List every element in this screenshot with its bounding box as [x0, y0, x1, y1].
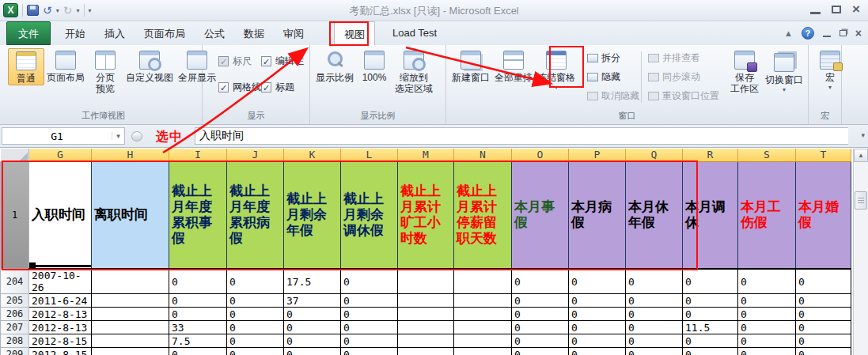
cell-O-209[interactable]: 0 [512, 348, 569, 355]
cell-R-206[interactable]: 0 [683, 308, 738, 321]
cell-M-207[interactable] [398, 321, 454, 334]
col-header-R[interactable]: R [683, 149, 738, 161]
expand-formula-bar-icon[interactable]: ▾ [861, 131, 865, 139]
row-header-209[interactable]: 209 [1, 348, 29, 355]
minimize-icon[interactable] [810, 12, 821, 14]
col-header-H[interactable]: H [92, 149, 169, 161]
tab-formulas[interactable]: 公式 [195, 21, 234, 45]
tab-data[interactable]: 数据 [234, 21, 274, 45]
col-header-O[interactable]: O [512, 149, 569, 161]
cell-S-208[interactable]: 0 [738, 334, 796, 348]
headings-checkbox[interactable]: ✓标题 [261, 81, 304, 94]
cell-L-207[interactable]: 0 [341, 321, 398, 334]
cell-S-206[interactable]: 0 [738, 308, 796, 321]
unhide-button[interactable]: 取消隐藏 [587, 89, 639, 103]
row-header-204[interactable]: 204 [1, 269, 29, 294]
custom-views-button[interactable]: 自定义视图 [123, 48, 176, 84]
scroll-up-icon[interactable]: ▲ [854, 149, 868, 162]
workbook-restore-icon[interactable] [840, 30, 847, 36]
cell-L-205[interactable]: 0 [341, 294, 398, 308]
ruler-checkbox[interactable]: ✓标尺 [218, 55, 261, 68]
cell-K-207[interactable]: 0 [284, 321, 341, 334]
cell-L-209[interactable]: 0 [341, 348, 398, 355]
name-box[interactable]: G1 ▾ [2, 127, 125, 145]
cell-H-209[interactable] [92, 348, 169, 355]
cell-T-209[interactable]: 0 [796, 348, 851, 355]
cell-J-204[interactable]: 0 [227, 269, 284, 294]
headings-checkbox-icon[interactable]: ✓ [261, 82, 271, 93]
col-header-G[interactable]: G [29, 149, 92, 161]
cell-S-205[interactable]: 0 [738, 294, 796, 308]
cell-G-209[interactable]: 2012-8-15 [29, 348, 92, 355]
cell-H-204[interactable] [92, 269, 169, 294]
cell-M-209[interactable] [398, 348, 454, 355]
formula-input[interactable]: 入职时间 [195, 127, 848, 145]
tab-insert[interactable]: 插入 [95, 21, 135, 45]
tab-file[interactable]: 文件 [6, 21, 51, 45]
cell-P-205[interactable]: 0 [569, 294, 626, 308]
cell-H-208[interactable] [92, 334, 169, 348]
cell-P-207[interactable]: 0 [569, 321, 626, 334]
gridlines-checkbox[interactable]: ✓网格线 [218, 81, 261, 94]
name-box-dropdown-icon[interactable]: ▾ [112, 132, 124, 140]
cell-K-209[interactable]: 0 [284, 348, 341, 355]
zoom-button[interactable]: 显示比例 [313, 48, 356, 84]
cell-S-209[interactable]: 0 [738, 348, 796, 355]
cell-L-206[interactable]: 0 [341, 308, 398, 321]
page-break-preview-button[interactable]: 分页预览 [87, 48, 123, 95]
collapse-ribbon-icon[interactable]: ▲ [784, 28, 793, 38]
cell-I-204[interactable]: 0 [169, 269, 227, 294]
cell-O-206[interactable]: 0 [512, 308, 569, 321]
cell-S-207[interactable]: 0 [738, 321, 796, 334]
fx-collapsed-icon[interactable] [131, 131, 142, 142]
help-icon[interactable]: ? [802, 27, 814, 40]
cell-I-206[interactable]: 0 [169, 308, 227, 321]
cell-I-207[interactable]: 33 [169, 321, 227, 334]
switch-windows-dropdown-icon[interactable]: ▾ [783, 86, 786, 93]
macros-button[interactable]: 宏▾ [812, 48, 848, 92]
ruler-checkbox-icon[interactable]: ✓ [218, 56, 229, 66]
arrange-all-button[interactable]: 全部重排 [492, 48, 535, 84]
cell-P-206[interactable]: 0 [569, 308, 626, 321]
cell-S-204[interactable]: 0 [738, 269, 796, 294]
cell-I-205[interactable]: 0 [169, 294, 227, 308]
cell-Q-206[interactable]: 0 [626, 308, 683, 321]
scrollbar-thumb[interactable] [855, 191, 867, 210]
col-header-I[interactable]: I [169, 149, 227, 161]
col-header-L[interactable]: L [341, 149, 398, 161]
cell-J-208[interactable]: 0 [227, 334, 284, 348]
cell-O-208[interactable]: 0 [512, 334, 569, 348]
cell-R-204[interactable]: 0 [683, 269, 738, 294]
cell-G-204[interactable]: 2007-10-26 [29, 269, 92, 294]
cell-Q-207[interactable]: 0 [626, 321, 683, 334]
view-side-by-side-button[interactable]: 并排查看 [648, 51, 719, 65]
cell-J-206[interactable]: 0 [227, 308, 284, 321]
cell-Q-208[interactable]: 0 [626, 334, 683, 348]
cell-I-209[interactable]: 0 [169, 348, 227, 355]
cell-Q-209[interactable]: 0 [626, 348, 683, 355]
cell-K-208[interactable]: 0 [284, 334, 341, 348]
save-workspace-button[interactable]: 保存工作区 [726, 48, 763, 95]
select-all-corner[interactable] [1, 149, 29, 161]
cell-P-208[interactable]: 0 [569, 334, 626, 348]
new-window-button[interactable]: 新建窗口 [449, 48, 492, 84]
cell-M-205[interactable] [398, 294, 454, 308]
col-header-K[interactable]: K [284, 149, 341, 161]
cell-P-209[interactable]: 0 [569, 348, 626, 355]
cell-R-207[interactable]: 11.5 [683, 321, 738, 334]
cell-K-206[interactable]: 0 [284, 308, 341, 321]
cell-T-205[interactable]: 0 [796, 294, 851, 308]
cell-K-204[interactable]: 17.5 [284, 269, 341, 294]
cell-J-209[interactable]: 0 [227, 348, 284, 355]
cell-G-208[interactable]: 2012-8-15 [29, 334, 92, 348]
row-header-206[interactable]: 206 [1, 308, 29, 321]
undo-icon[interactable]: ↺ [43, 5, 52, 16]
zoom-to-selection-button[interactable]: 缩放到选定区域 [392, 48, 435, 95]
row-header-208[interactable]: 208 [1, 334, 29, 348]
switch-windows-button[interactable]: 切换窗口▾ [763, 48, 805, 94]
cell-M-208[interactable] [398, 334, 454, 348]
page-layout-view-button[interactable]: 页面布局 [44, 48, 87, 84]
cell-M-204[interactable] [398, 269, 454, 294]
col-header-S[interactable]: S [738, 149, 796, 161]
hide-button[interactable]: 隐藏 [587, 70, 639, 84]
